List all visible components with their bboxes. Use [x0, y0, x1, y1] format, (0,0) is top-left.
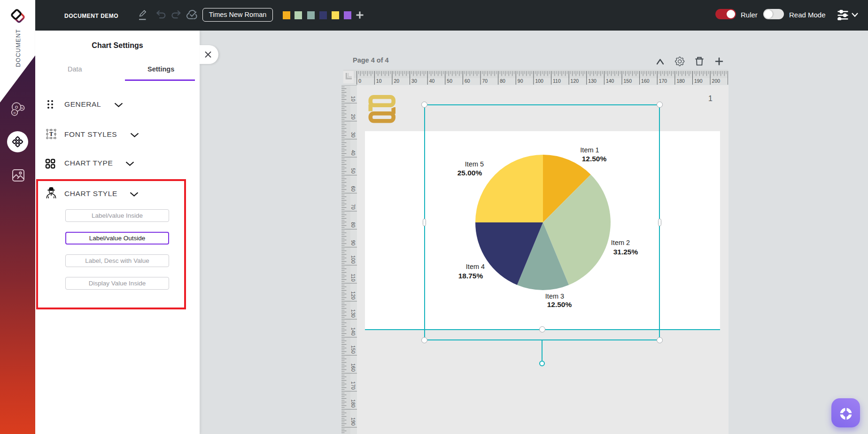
- svg-text:180: 180: [350, 399, 356, 408]
- svg-text:90: 90: [518, 78, 523, 84]
- svg-text:30: 30: [350, 132, 356, 138]
- svg-text:100: 100: [535, 78, 543, 84]
- svg-text:120: 120: [350, 292, 356, 300]
- svg-text:150: 150: [624, 78, 632, 84]
- svg-text:60: 60: [465, 78, 470, 84]
- svg-text:40: 40: [429, 78, 435, 84]
- svg-text:140: 140: [350, 327, 356, 336]
- svg-text:110: 110: [553, 78, 561, 84]
- svg-text:H: H: [14, 111, 16, 114]
- svg-text:130: 130: [588, 78, 597, 84]
- svg-text:200: 200: [712, 78, 721, 84]
- svg-text:70: 70: [482, 78, 488, 84]
- svg-text:120: 120: [571, 78, 579, 84]
- svg-text:170: 170: [350, 381, 356, 390]
- svg-text:160: 160: [641, 78, 650, 84]
- svg-text:140: 140: [606, 78, 614, 84]
- svg-text:50: 50: [350, 168, 356, 174]
- svg-text:0: 0: [358, 78, 361, 84]
- svg-text:160: 160: [350, 363, 356, 372]
- svg-text:110: 110: [350, 274, 356, 282]
- svg-text:60: 60: [350, 186, 356, 192]
- svg-text:170: 170: [659, 78, 667, 84]
- svg-text:40: 40: [350, 150, 356, 156]
- svg-text:150: 150: [350, 345, 356, 354]
- svg-text:190: 190: [350, 418, 356, 426]
- svg-text:20: 20: [350, 114, 356, 119]
- svg-text:50: 50: [447, 78, 452, 84]
- svg-text:30: 30: [411, 78, 417, 84]
- svg-text:T: T: [49, 131, 53, 137]
- svg-text:H: H: [21, 107, 23, 110]
- svg-text:100: 100: [350, 255, 356, 264]
- svg-text:190: 190: [694, 78, 703, 84]
- svg-text:130: 130: [350, 309, 356, 318]
- svg-text:80: 80: [350, 222, 356, 228]
- svg-text:O: O: [15, 105, 18, 110]
- svg-text:80: 80: [500, 78, 505, 84]
- svg-text:10: 10: [350, 96, 356, 102]
- svg-text:90: 90: [350, 240, 356, 246]
- svg-text:180: 180: [676, 78, 685, 84]
- svg-text:10: 10: [376, 78, 382, 84]
- svg-text:70: 70: [350, 204, 356, 210]
- svg-text:20: 20: [394, 78, 399, 84]
